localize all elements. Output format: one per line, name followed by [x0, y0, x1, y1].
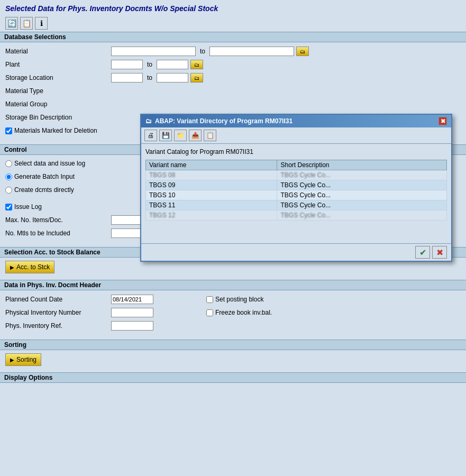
storage-location-from-input[interactable] [111, 73, 143, 83]
variant-name-cell: TBGS 12 [146, 210, 277, 221]
variant-desc-cell: TBGS Cycle Co... [277, 210, 447, 221]
plant-label: Plant [5, 61, 111, 68]
sorting-button[interactable]: ▶ Sorting [5, 353, 41, 366]
variant-name-cell: TBGS 10 [146, 190, 277, 200]
variant-row[interactable]: TBGS 11TBGS Cycle Co... [146, 200, 447, 210]
dialog-icon: 🗂 [145, 117, 152, 125]
deletion-checkbox[interactable] [5, 127, 12, 134]
dialog-cancel-button[interactable]: ✖ [432, 246, 447, 259]
main-window: Selected Data for Phys. Inventory Docmts… [0, 0, 466, 476]
dialog-toolbar: 🖨 💾 📁 📤 📋 [141, 127, 451, 144]
dialog-title-bar: 🗂 ABAP: Variant Directory of Program RM0… [141, 115, 451, 127]
material-to-label: to [200, 48, 205, 55]
variant-desc-cell: TBGS Cycle Co... [277, 190, 447, 200]
material-group-row: Material Group [5, 98, 461, 110]
plant-to-label: to [147, 61, 152, 68]
sorting-body: ▶ Sorting [0, 350, 466, 369]
plant-to-input[interactable] [157, 60, 188, 69]
issue-log-checkbox[interactable] [5, 204, 12, 210]
dialog-print-button[interactable]: 🖨 [144, 130, 157, 141]
storage-location-to-input[interactable] [157, 73, 188, 83]
info-button[interactable]: ℹ [35, 17, 48, 30]
dialog-list-button[interactable]: 📋 [204, 130, 216, 141]
radio-batch-input[interactable] [5, 173, 12, 180]
storage-location-select-button[interactable]: 🗂 [190, 73, 203, 83]
set-posting-label: Set posting block [206, 296, 263, 303]
planned-count-input[interactable] [111, 295, 153, 304]
planned-count-label: Planned Count Date [5, 296, 111, 303]
phys-inv-ref-input[interactable] [111, 321, 153, 331]
refresh-button[interactable]: 🔄 [5, 17, 18, 30]
phys-inv-ref-row: Phys. Inventory Ref. [5, 320, 461, 332]
material-to-input[interactable] [209, 47, 294, 56]
acc-to-stck-button[interactable]: ▶ Acc. to Stck [5, 261, 54, 273]
variant-row[interactable]: TBGS 09TBGS Cycle Co... [146, 180, 447, 190]
material-type-label: Material Type [5, 87, 111, 95]
toolbar: 🔄 📋 ℹ [0, 15, 466, 32]
variant-row[interactable]: TBGS 10TBGS Cycle Co... [146, 190, 447, 200]
radio-label-2: Generate Batch Input [5, 173, 75, 180]
variant-name-cell: TBGS 11 [146, 200, 277, 210]
dialog-close-button[interactable]: ✖ [438, 117, 447, 125]
variant-table-container[interactable]: Variant name Short Description TBGS 08TB… [145, 160, 447, 239]
storage-location-label: Storage Location [5, 74, 111, 81]
dialog-upload-button[interactable]: 📤 [189, 130, 202, 141]
planned-count-row: Planned Count Date Set posting block [5, 294, 461, 305]
col-short-desc: Short Description [277, 160, 447, 170]
radio-label-3: Create dcmts directly [5, 186, 74, 194]
set-posting-checkbox[interactable] [206, 296, 213, 303]
material-label: Material [5, 48, 111, 55]
material-type-row: Material Type [5, 85, 461, 97]
acc-arrow-icon: ▶ [10, 264, 14, 270]
ok-icon: ✔ [419, 248, 426, 258]
phys-inv-header-section: Data in Phys. Inv. Docmt Header [0, 280, 466, 290]
variant-row[interactable]: TBGS 08TBGS Cycle Co... [146, 170, 447, 180]
phys-inv-number-row: Physical Inventory Number Freeze book in… [5, 307, 461, 318]
issue-log-label: Issue Log [5, 203, 42, 210]
material-row: Material to 🗂 [5, 45, 461, 57]
display-options-body [0, 383, 466, 399]
variant-dialog: 🗂 ABAP: Variant Directory of Program RM0… [140, 114, 452, 262]
dialog-subtitle: Variant Catalog for Program RM07II31 [145, 148, 447, 155]
sorting-arrow-icon: ▶ [10, 357, 14, 363]
variant-name-cell: TBGS 09 [146, 180, 277, 190]
variant-row[interactable]: TBGS 12TBGS Cycle Co... [146, 210, 447, 221]
page-title: Selected Data for Phys. Inventory Docmts… [5, 4, 461, 13]
title-bar: Selected Data for Phys. Inventory Docmts… [0, 0, 466, 15]
plant-from-input[interactable] [111, 60, 143, 69]
material-select-button[interactable]: 🗂 [296, 47, 309, 56]
max-items-label: Max. No. Items/Doc. [5, 216, 111, 224]
copy-button[interactable]: 📋 [20, 17, 33, 30]
radio-label-1: Select data and issue log [5, 160, 85, 167]
dialog-footer: ✔ ✖ [141, 243, 451, 261]
variant-table: Variant name Short Description TBGS 08TB… [145, 160, 447, 221]
variant-desc-cell: TBGS Cycle Co... [277, 200, 447, 210]
freeze-book-checkbox[interactable] [206, 309, 213, 316]
material-from-input[interactable] [111, 47, 196, 56]
no-mtls-label: No. Mtls to be Included [5, 230, 111, 237]
variant-name-cell: TBGS 08 [146, 170, 277, 180]
dialog-body: Variant Catalog for Program RM07II31 Var… [141, 144, 451, 243]
phys-inv-number-label: Physical Inventory Number [5, 309, 111, 316]
freeze-book-label: Freeze book inv.bal. [206, 309, 272, 316]
radio-select-log[interactable] [5, 160, 12, 167]
display-options-header: Display Options [0, 372, 466, 383]
variant-desc-cell: TBGS Cycle Co... [277, 180, 447, 190]
dialog-title-left: 🗂 ABAP: Variant Directory of Program RM0… [145, 117, 293, 125]
phys-inv-body: Planned Count Date Set posting block Phy… [0, 290, 466, 336]
radio-create-dcmts[interactable] [5, 187, 12, 194]
dialog-folder-button[interactable]: 📁 [174, 130, 187, 141]
col-variant-name: Variant name [146, 160, 277, 170]
dialog-ok-button[interactable]: ✔ [415, 246, 430, 259]
variant-desc-cell: TBGS Cycle Co... [277, 170, 447, 180]
deletion-checkbox-label: Materials Marked for Deletion [5, 127, 97, 134]
material-group-label: Material Group [5, 100, 111, 108]
dialog-save-button[interactable]: 💾 [159, 130, 172, 141]
storage-bin-label: Storage Bin Description [5, 114, 111, 121]
sorting-header: Sorting [0, 340, 466, 350]
dialog-title-text: ABAP: Variant Directory of Program RM07I… [155, 117, 293, 125]
plant-select-button[interactable]: 🗂 [190, 60, 203, 69]
phys-inv-number-input[interactable] [111, 308, 153, 317]
storage-location-row: Storage Location to 🗂 [5, 72, 461, 84]
plant-row: Plant to 🗂 [5, 59, 461, 70]
